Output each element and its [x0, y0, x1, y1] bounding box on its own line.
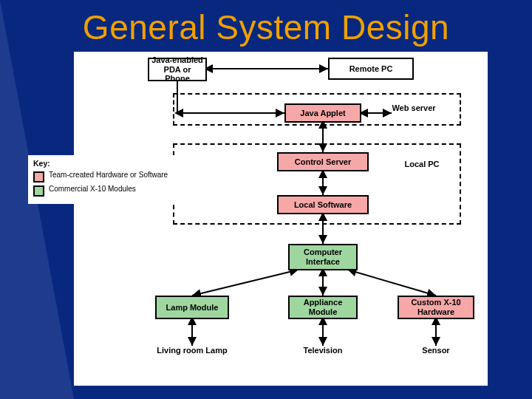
label-web-server: Web server [392, 103, 436, 113]
box-lamp-module: Lamp Module [155, 296, 229, 319]
legend-heading: Key: [33, 159, 174, 168]
box-appliance-module: Appliance Module [288, 296, 358, 319]
label-living-room-lamp: Living room Lamp [155, 346, 229, 355]
box-java-device: Java-enabled PDA or Phone [148, 58, 207, 81]
swatch-green-icon [33, 185, 44, 197]
swatch-pink-icon [33, 171, 44, 183]
label-remote-pc: Remote PC [328, 58, 414, 80]
label-local-pc: Local PC [396, 160, 448, 169]
box-local-software: Local Software [277, 195, 369, 214]
legend-label-x10: Commercial X-10 Modules [49, 185, 136, 193]
svg-line-9 [350, 270, 436, 296]
legend-row-x10: Commercial X-10 Modules [33, 185, 174, 197]
box-java-applet: Java Applet [284, 103, 361, 123]
legend-panel: Key: Team-created Hardware or Software C… [28, 155, 179, 204]
svg-line-7 [192, 270, 296, 296]
box-control-server: Control Server [277, 152, 369, 171]
label-television: Television [288, 346, 358, 355]
box-computer-interface: Computer Interface [288, 244, 358, 270]
box-custom-x10: Custom X-10 Hardware [398, 296, 474, 319]
legend-label-team: Team-created Hardware or Software [49, 171, 168, 179]
slide-title: General System Design [0, 7, 532, 47]
legend-row-team: Team-created Hardware or Software [33, 171, 174, 183]
label-sensor: Sensor [398, 346, 474, 355]
diagram-canvas: Remote PC Local PC Java-enabled PDA or P… [74, 52, 488, 386]
